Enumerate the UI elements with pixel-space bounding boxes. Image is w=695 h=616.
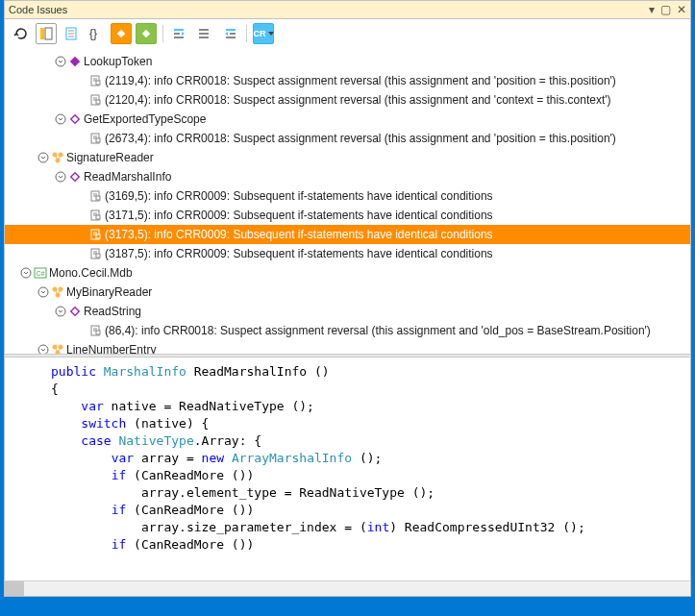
svg-rect-53 (96, 234, 100, 238)
svg-rect-17 (226, 37, 236, 38)
status-bar (4, 597, 691, 612)
issue-text: (86,4): info CRR0018: Suspect assignment… (105, 324, 651, 337)
svg-point-34 (38, 153, 48, 162)
separator (246, 25, 247, 42)
issue-row[interactable]: (3187,5): info CRR0009: Subsequent if-st… (5, 244, 690, 263)
svg-point-61 (38, 287, 48, 297)
refresh-button[interactable] (11, 23, 32, 44)
diamond-orange-button[interactable] (111, 23, 132, 44)
method-node[interactable]: ReadMarshalInfo (5, 167, 690, 186)
svg-rect-0 (40, 28, 44, 39)
method-node[interactable]: ReadString (5, 302, 690, 321)
method-label: LookupToken (84, 55, 152, 68)
title-bar: Code Issues ▾ ▢ ✕ (4, 0, 691, 19)
svg-rect-45 (96, 196, 100, 200)
svg-rect-8 (142, 30, 150, 37)
svg-rect-29 (71, 115, 79, 123)
svg-rect-16 (230, 33, 236, 35)
svg-rect-68 (71, 308, 79, 315)
issue-text: (2120,4): info CRR0018: Suspect assignme… (105, 93, 611, 107)
svg-rect-19 (71, 58, 79, 65)
separator (162, 25, 163, 42)
svg-rect-14 (199, 37, 209, 38)
close-icon[interactable]: ✕ (677, 3, 686, 16)
svg-rect-13 (199, 33, 209, 35)
horizontal-scrollbar[interactable] (5, 580, 690, 596)
issue-row[interactable]: (2119,4): info CRR0018: Suspect assignme… (5, 71, 690, 90)
issue-text: (3187,5): info CRR0009: Subsequent if-st… (105, 247, 493, 260)
svg-rect-57 (96, 254, 100, 258)
code-preview[interactable]: public MarshalInfo ReadMarshalInfo () { … (5, 357, 690, 580)
svg-point-28 (56, 114, 65, 124)
issue-text: (2119,4): info CRR0018: Suspect assignme… (105, 74, 616, 87)
issue-text: (3173,5): info CRR0009: Subsequent if-st… (105, 228, 493, 241)
file-view-button[interactable] (61, 23, 82, 44)
issue-text: (2673,4): info CRR0018: Suspect assignme… (105, 132, 616, 145)
svg-text:C#: C# (37, 270, 45, 277)
class-label: MyBinaryReader (66, 285, 152, 299)
indent-left-button[interactable] (169, 23, 190, 44)
method-label: ReadMarshalInfo (84, 170, 171, 184)
svg-rect-33 (96, 138, 100, 142)
svg-rect-12 (199, 29, 209, 31)
svg-rect-11 (174, 37, 184, 38)
class-label: SignatureReader (66, 151, 154, 164)
issue-text: (3171,5): info CRR0009: Subsequent if-st… (105, 209, 493, 222)
tree-view-button[interactable] (36, 23, 57, 44)
issue-row[interactable]: (86,4): info CRR0018: Suspect assignment… (5, 321, 690, 340)
dropdown-icon[interactable]: ▾ (649, 3, 655, 16)
list-button[interactable] (194, 23, 215, 44)
issue-row[interactable]: (3171,5): info CRR0009: Subsequent if-st… (5, 206, 690, 225)
svg-point-18 (56, 57, 65, 66)
svg-rect-23 (96, 81, 100, 85)
svg-rect-27 (96, 100, 100, 104)
toolbar: {} CR (4, 19, 691, 48)
issue-row[interactable]: (3169,5): info CRR0009: Subsequent if-st… (5, 186, 690, 206)
svg-rect-7 (117, 30, 125, 37)
class-label: LineNumberEntry (66, 343, 156, 354)
svg-point-40 (56, 172, 65, 182)
class-node[interactable]: SignatureReader (5, 148, 690, 167)
method-node[interactable]: LookupToken (5, 52, 690, 71)
diamond-green-button[interactable] (136, 23, 157, 44)
svg-rect-72 (96, 331, 100, 334)
svg-text:{}: {} (89, 27, 97, 40)
issue-row-selected[interactable]: (3173,5): info CRR0009: Subsequent if-st… (5, 225, 690, 244)
project-label: Mono.Cecil.Mdb (49, 266, 133, 280)
issue-row[interactable]: (2673,4): info CRR0018: Suspect assignme… (5, 129, 690, 148)
svg-point-58 (21, 268, 31, 278)
svg-rect-10 (174, 33, 180, 35)
issue-tree[interactable]: LookupToken (2119,4): info CRR0018: Susp… (5, 48, 690, 354)
window-title: Code Issues (9, 4, 67, 15)
maximize-icon[interactable]: ▢ (660, 3, 671, 16)
issue-row[interactable]: (2120,4): info CRR0018: Suspect assignme… (5, 90, 690, 110)
svg-rect-9 (174, 29, 184, 31)
class-node[interactable]: MyBinaryReader (5, 283, 690, 302)
braces-button[interactable]: {} (86, 23, 107, 44)
method-node[interactable]: GetExportedTypeScope (5, 110, 690, 129)
svg-rect-1 (45, 28, 52, 39)
cr-button[interactable]: CR (253, 23, 274, 44)
project-node[interactable]: C# Mono.Cecil.Mdb (5, 263, 690, 283)
indent-right-button[interactable] (219, 23, 240, 44)
svg-rect-49 (96, 215, 100, 219)
issue-text: (3169,5): info CRR0009: Subsequent if-st… (105, 189, 493, 203)
method-label: ReadString (84, 305, 141, 318)
svg-point-67 (56, 307, 65, 316)
method-label: GetExportedTypeScope (84, 112, 206, 126)
class-node[interactable]: LineNumberEntry (5, 340, 690, 354)
svg-rect-41 (71, 173, 79, 181)
svg-point-73 (38, 345, 48, 354)
svg-rect-15 (226, 29, 236, 31)
